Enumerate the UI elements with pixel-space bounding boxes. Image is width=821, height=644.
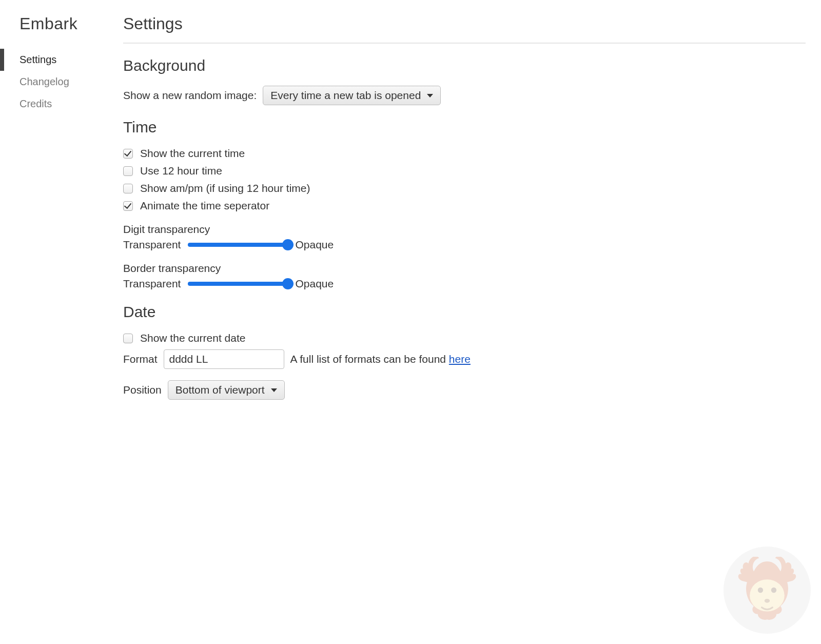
date-format-hint-text: A full list of formats can be found bbox=[290, 353, 449, 365]
date-format-help-link[interactable]: here bbox=[449, 353, 471, 365]
border-transparency-title: Border transparency bbox=[123, 262, 806, 275]
border-transparency-left-label: Transparent bbox=[123, 278, 181, 290]
show-current-date-label: Show the current date bbox=[140, 332, 245, 344]
sidebar-item-label: Credits bbox=[19, 98, 52, 109]
digit-transparency-slider[interactable] bbox=[188, 240, 288, 250]
date-position-select[interactable]: Bottom of viewport bbox=[168, 380, 285, 400]
chevron-down-icon bbox=[271, 388, 277, 392]
digit-transparency-title: Digit transparency bbox=[123, 223, 806, 236]
border-transparency-right-label: Opaque bbox=[295, 278, 334, 290]
show-current-time-label: Show the current time bbox=[140, 147, 245, 160]
svg-point-4 bbox=[771, 588, 776, 593]
section-heading-time: Time bbox=[123, 119, 806, 136]
sidebar-item-label: Changelog bbox=[19, 76, 69, 87]
animate-separator-label: Animate the time seperator bbox=[140, 200, 269, 212]
slider-track bbox=[188, 243, 288, 247]
date-format-input[interactable] bbox=[164, 349, 284, 369]
digit-transparency-row: Transparent Opaque bbox=[123, 239, 806, 251]
section-heading-background: Background bbox=[123, 57, 806, 74]
monkey-icon bbox=[734, 557, 800, 623]
show-current-time-checkbox[interactable] bbox=[123, 149, 133, 159]
use-12h-label: Use 12 hour time bbox=[140, 165, 222, 177]
show-ampm-row: Show am/pm (if using 12 hour time) bbox=[123, 182, 806, 194]
sidebar-item-settings[interactable]: Settings bbox=[0, 49, 123, 71]
sidebar-item-changelog[interactable]: Changelog bbox=[0, 71, 123, 93]
date-position-label: Position bbox=[123, 384, 162, 396]
date-format-row: Format A full list of formats can be fou… bbox=[123, 349, 806, 369]
section-heading-date: Date bbox=[123, 303, 806, 321]
slider-thumb[interactable] bbox=[282, 239, 294, 250]
digit-transparency-left-label: Transparent bbox=[123, 239, 181, 251]
date-format-label: Format bbox=[123, 353, 158, 365]
svg-point-5 bbox=[765, 599, 770, 603]
show-ampm-label: Show am/pm (if using 12 hour time) bbox=[140, 182, 310, 194]
animate-separator-checkbox[interactable] bbox=[123, 201, 133, 211]
show-ampm-checkbox[interactable] bbox=[123, 184, 133, 193]
random-image-label: Show a new random image: bbox=[123, 89, 257, 102]
border-transparency-row: Transparent Opaque bbox=[123, 278, 806, 290]
use-12h-checkbox[interactable] bbox=[123, 166, 133, 176]
date-position-select-value: Bottom of viewport bbox=[175, 384, 265, 396]
date-position-row: Position Bottom of viewport bbox=[123, 380, 806, 400]
watermark-logo bbox=[724, 547, 811, 634]
chevron-down-icon bbox=[427, 94, 433, 97]
use-12h-row: Use 12 hour time bbox=[123, 165, 806, 177]
page-title: Settings bbox=[123, 14, 806, 44]
date-format-hint: A full list of formats can be found here bbox=[290, 353, 471, 365]
show-current-date-checkbox[interactable] bbox=[123, 334, 133, 343]
border-transparency-slider[interactable] bbox=[188, 279, 288, 289]
show-current-date-row: Show the current date bbox=[123, 332, 806, 344]
sidebar-item-label: Settings bbox=[19, 54, 56, 65]
random-image-select[interactable]: Every time a new tab is opened bbox=[263, 86, 441, 105]
random-image-select-value: Every time a new tab is opened bbox=[270, 89, 421, 102]
sidebar-nav: Settings Changelog Credits bbox=[0, 49, 123, 115]
svg-point-3 bbox=[758, 588, 763, 593]
slider-thumb[interactable] bbox=[282, 278, 294, 289]
sidebar-item-credits[interactable]: Credits bbox=[0, 93, 123, 115]
digit-transparency-right-label: Opaque bbox=[295, 239, 334, 251]
brand-title: Embark bbox=[0, 14, 123, 49]
animate-separator-row: Animate the time seperator bbox=[123, 200, 806, 212]
slider-track bbox=[188, 282, 288, 286]
main-content: Settings Background Show a new random im… bbox=[123, 14, 821, 405]
sidebar: Embark Settings Changelog Credits bbox=[0, 14, 123, 405]
show-current-time-row: Show the current time bbox=[123, 147, 806, 160]
random-image-row: Show a new random image: Every time a ne… bbox=[123, 86, 806, 105]
